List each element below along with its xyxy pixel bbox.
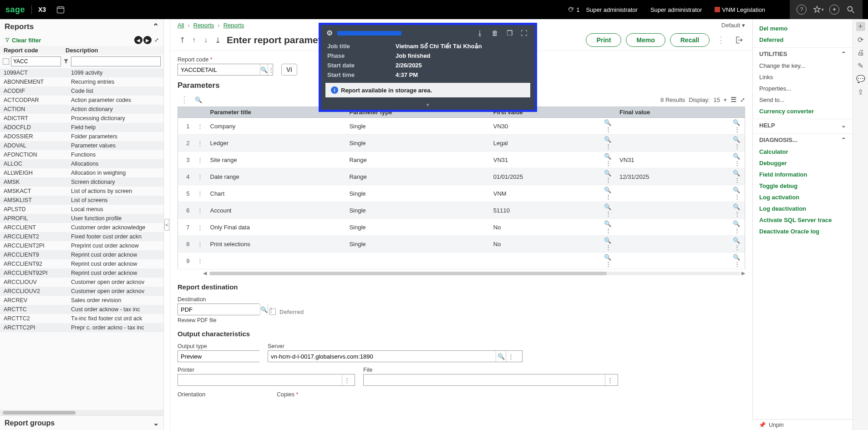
oracle-log-link[interactable]: Deactivate Oracle log bbox=[753, 226, 853, 237]
table-row[interactable]: 7⋮Only Final dataSingleNo🔍⋮🔍⋮ bbox=[178, 219, 745, 236]
list-item[interactable]: ACTIONAction dictionary bbox=[0, 105, 163, 114]
list-item[interactable]: ARCREVSales order revision bbox=[0, 296, 163, 305]
list-nav[interactable]: ◀▶ bbox=[134, 36, 152, 44]
deferred-checkbox[interactable] bbox=[269, 309, 276, 315]
memo-button[interactable]: Memo bbox=[626, 33, 665, 47]
list-item[interactable]: AMSKScreen dictionary bbox=[0, 177, 163, 187]
list-item[interactable]: ACODIFCode list bbox=[0, 86, 163, 96]
last-icon[interactable]: ⤓ bbox=[213, 36, 222, 45]
legislation-badge[interactable]: VNM Legislation bbox=[715, 6, 765, 13]
list-item[interactable]: AFONCTIONFunctions bbox=[0, 150, 163, 159]
table-search-icon[interactable]: 🔍 bbox=[195, 96, 202, 103]
printer-input[interactable] bbox=[178, 374, 342, 385]
table-row[interactable]: 2⋮LedgerSingleLegal🔍⋮🔍⋮ bbox=[178, 135, 745, 152]
field-dots-icon[interactable]: ⋮ bbox=[268, 64, 274, 75]
list-item[interactable]: ARCTTC2PIPrepr c. order ackno - tax inc bbox=[0, 323, 163, 332]
list-item[interactable]: 1099ACT1099 activity bbox=[0, 68, 163, 77]
col-description[interactable]: Description bbox=[66, 47, 159, 54]
checkbox-icon[interactable] bbox=[3, 58, 9, 65]
reports-section-head[interactable]: Reports ⌃ bbox=[0, 19, 163, 34]
log-act-link[interactable]: Log activation bbox=[753, 192, 853, 203]
h-scrollbar[interactable] bbox=[0, 410, 163, 415]
currency-link[interactable]: Currency converter bbox=[753, 106, 853, 117]
favorite-icon[interactable]: ▾ bbox=[810, 1, 826, 18]
server-input[interactable] bbox=[268, 351, 496, 362]
print-button[interactable]: Print bbox=[586, 33, 621, 47]
gear-icon[interactable]: ⚙ bbox=[326, 29, 333, 37]
list-item[interactable]: ALLOCAllocations bbox=[0, 159, 163, 168]
add-icon[interactable]: + bbox=[856, 22, 865, 31]
report-code-input[interactable] bbox=[178, 64, 260, 75]
change-key-link[interactable]: Change the key... bbox=[753, 60, 853, 71]
list-item[interactable]: ADICTRTProcessing dictionary bbox=[0, 114, 163, 123]
list-item[interactable]: ARCCLIENT9Reprint cust order acknow bbox=[0, 250, 163, 259]
report-groups-head[interactable]: Report groups ⌄ bbox=[0, 415, 163, 430]
list-item[interactable]: ARCCLIENTCustomer order acknowledge bbox=[0, 223, 163, 232]
comment-icon[interactable]: 💬 bbox=[856, 75, 865, 83]
list-item[interactable]: AMSKACTList of actions by screen bbox=[0, 187, 163, 196]
list-item[interactable]: APLSTDLocal menus bbox=[0, 205, 163, 214]
del-memo-link[interactable]: Del memo bbox=[753, 23, 853, 34]
display-caret-icon[interactable]: ▾ bbox=[724, 96, 727, 103]
funnel-icon[interactable] bbox=[63, 58, 69, 65]
search-icon[interactable] bbox=[843, 1, 859, 18]
deferred-link[interactable]: Deferred bbox=[753, 34, 853, 46]
crumb-reports1[interactable]: Reports bbox=[193, 22, 214, 29]
filter-code-input[interactable] bbox=[11, 56, 61, 66]
compass-icon[interactable]: ✦ bbox=[826, 1, 843, 18]
diagnosis-section[interactable]: DIAGNOSIS...⌃ bbox=[753, 133, 853, 146]
list-item[interactable]: APROFILUser function profile bbox=[0, 214, 163, 223]
table-dots-icon[interactable]: ⋮ bbox=[178, 95, 191, 105]
table-row[interactable]: 1⋮CompanySingleVN30🔍⋮🔍⋮ bbox=[178, 118, 745, 135]
notif-collapse-icon[interactable]: ▾ bbox=[321, 102, 535, 110]
sql-trace-link[interactable]: Activate SQL Server trace bbox=[753, 214, 853, 226]
th-final-value[interactable]: Final value bbox=[616, 107, 725, 118]
print-icon[interactable]: 🖨 bbox=[857, 49, 864, 57]
list-item[interactable]: AMSKLISTList of screens bbox=[0, 196, 163, 205]
prev-icon[interactable]: ↑ bbox=[189, 36, 198, 45]
server-dots-icon[interactable]: ⋮ bbox=[506, 351, 516, 362]
calendar-icon[interactable] bbox=[52, 1, 69, 18]
list-item[interactable]: ARCTTC2Tx-inc fixd footer cst ord ack bbox=[0, 314, 163, 323]
unpin-bar[interactable]: 📌 Unpin bbox=[752, 419, 853, 430]
file-input[interactable] bbox=[364, 374, 605, 385]
refresh-badge[interactable]: 1 bbox=[567, 6, 579, 13]
vi-button[interactable]: Vi bbox=[281, 64, 297, 76]
list-item[interactable]: ACTCODPARAction parameter codes bbox=[0, 96, 163, 105]
dest-lookup-icon[interactable]: 🔍 bbox=[260, 304, 268, 315]
list-item[interactable]: ADOSSIERFolder parameters bbox=[0, 132, 163, 141]
fullscreen-icon[interactable]: ⛶ bbox=[519, 29, 529, 37]
server-lookup-icon[interactable]: 🔍 bbox=[496, 351, 506, 362]
table-row[interactable]: 3⋮Site rangeRangeVN31🔍⋮VN31🔍⋮ bbox=[178, 152, 745, 168]
col-report-code[interactable]: Report code bbox=[2, 47, 66, 54]
chevron-down-icon[interactable]: ⌄ bbox=[153, 419, 159, 427]
list-item[interactable]: ADOVALParameter values bbox=[0, 141, 163, 150]
list-item[interactable]: ARCCLIENT92Reprint cust order acknow bbox=[0, 259, 163, 268]
collapse-handle[interactable]: < bbox=[164, 19, 170, 430]
next-icon[interactable]: ↓ bbox=[201, 36, 210, 45]
toggle-debug-link[interactable]: Toggle debug bbox=[753, 180, 853, 192]
review-pdf-link[interactable]: Review PDF file bbox=[178, 317, 259, 324]
delete-icon[interactable]: 🗑 bbox=[490, 29, 500, 37]
filter-desc-input[interactable] bbox=[71, 56, 161, 66]
lookup-icon[interactable]: 🔍 bbox=[260, 64, 268, 75]
report-list[interactable]: 1099ACT1099 activityABONNEMENTRecurring … bbox=[0, 68, 163, 410]
table-h-scroll[interactable]: ◀▶ bbox=[178, 270, 745, 277]
debugger-link[interactable]: Debugger bbox=[753, 157, 853, 169]
printer-dots-icon[interactable]: ⋮ bbox=[342, 374, 352, 385]
more-dots-icon[interactable]: ⋮ bbox=[714, 35, 728, 45]
crumb-all[interactable]: All bbox=[178, 22, 184, 29]
list-item[interactable]: ARCCLIENT92PIReprint cust order acknow bbox=[0, 268, 163, 278]
first-icon[interactable]: ⤒ bbox=[178, 36, 187, 45]
share-icon[interactable]: ⇪ bbox=[858, 88, 863, 96]
help-icon[interactable]: ? bbox=[793, 1, 810, 18]
list-item[interactable]: ARCCLIENT2Fixed footer cust order ackn bbox=[0, 232, 163, 241]
clear-filter-link[interactable]: Clear filter bbox=[5, 37, 41, 44]
crumb-reports2[interactable]: Reports bbox=[223, 22, 244, 29]
expand-icon[interactable]: ⤢ bbox=[154, 37, 159, 43]
role-label[interactable]: Super administrator bbox=[650, 6, 702, 13]
list-item[interactable]: ABONNEMENTRecurring entries bbox=[0, 77, 163, 86]
chevron-up-icon[interactable]: ⌃ bbox=[152, 22, 159, 31]
utilities-section[interactable]: UTILITIES⌃ bbox=[753, 47, 853, 60]
table-row[interactable]: 8⋮Print selectionsSingleNo🔍⋮🔍⋮ bbox=[178, 236, 745, 253]
